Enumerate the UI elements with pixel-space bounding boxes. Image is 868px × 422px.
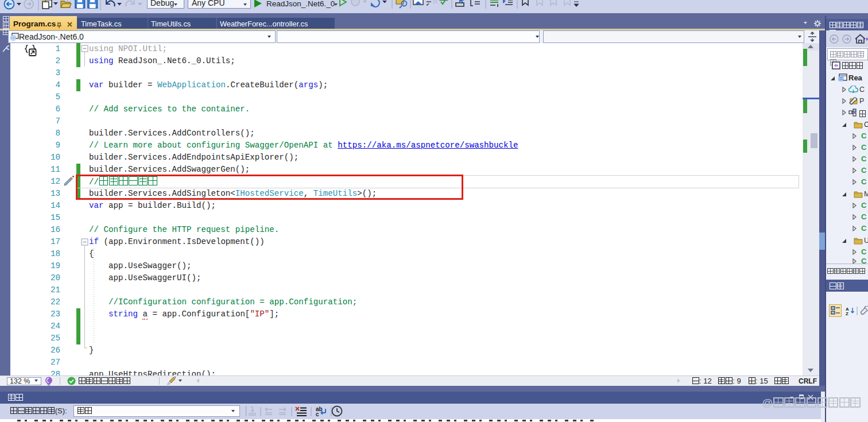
svg-text:c: c [316, 411, 319, 417]
svg-text:abc: abc [439, 0, 448, 2]
svg-text:Z: Z [846, 311, 848, 316]
